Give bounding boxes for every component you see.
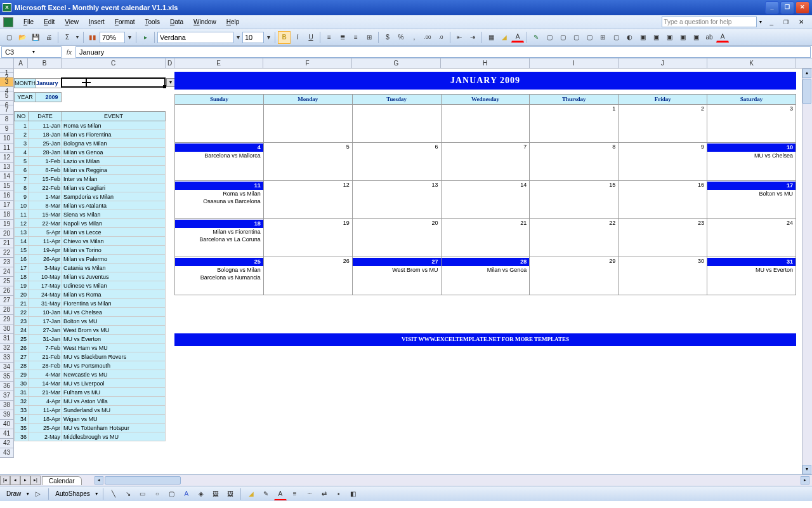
menu-data[interactable]: Data	[165, 17, 188, 27]
event-row[interactable]: 2024-MayMilan vs Roma	[15, 290, 166, 299]
open-icon[interactable]: 📂	[16, 31, 29, 44]
event-row[interactable]: 3014-MarMU vs Liverpool	[15, 379, 166, 388]
tool-icon[interactable]: ab	[703, 31, 716, 44]
event-row[interactable]: 218-JanMilan vs Fiorentina	[15, 130, 166, 139]
name-box[interactable]: C3▼	[1, 46, 62, 58]
minimize-button[interactable]: _	[765, 1, 779, 14]
clipart-icon[interactable]: 🖼	[209, 488, 222, 500]
oval-icon[interactable]: ○	[151, 488, 164, 500]
row-header[interactable]: 23	[0, 258, 13, 267]
scroll-left-icon[interactable]: ◂	[95, 476, 103, 485]
calendar-cell[interactable]	[263, 105, 352, 143]
row-header[interactable]: 38	[0, 401, 13, 410]
doc-close-icon[interactable]: ✕	[794, 17, 809, 27]
select-objects-icon[interactable]: ▷	[32, 488, 44, 500]
tab-first-icon[interactable]: |◂	[0, 476, 10, 485]
event-row[interactable]: 1810-MayMilan vs Juventus	[15, 272, 166, 281]
row-header[interactable]: 17	[0, 201, 13, 210]
tool-icon[interactable]: ▣	[636, 31, 649, 44]
menu-file[interactable]: File	[18, 17, 39, 27]
borders-icon[interactable]: ▦	[485, 31, 497, 44]
calendar-cell[interactable]: 1	[530, 105, 619, 143]
scroll-thumb[interactable]	[802, 79, 811, 104]
fx-icon[interactable]: fx	[63, 48, 75, 56]
event-row[interactable]: 294-MarNewcastle vs MU	[15, 370, 166, 379]
sum-icon[interactable]: Σ	[61, 31, 74, 44]
menu-format[interactable]: Format	[110, 17, 140, 27]
rectangle-icon[interactable]: ▭	[136, 488, 149, 500]
3d-icon[interactable]: ◧	[347, 488, 360, 500]
row-header[interactable]: 39	[0, 410, 13, 420]
vertical-scrollbar[interactable]: ▲ ▼	[802, 69, 812, 474]
merge-icon[interactable]: ⊞	[363, 31, 376, 44]
wordart-icon[interactable]: A	[180, 488, 193, 500]
tool-icon[interactable]: ▣	[650, 31, 662, 44]
excel-icon[interactable]	[3, 17, 13, 27]
event-row[interactable]: 428-JanMilan vs Genoa	[15, 148, 166, 157]
row-header[interactable]: 11	[0, 144, 13, 153]
event-row[interactable]: 1519-AprMilan vs Torino	[15, 246, 166, 255]
row-header[interactable]: 37	[0, 391, 13, 401]
col-header-E[interactable]: E	[174, 58, 263, 68]
row-header[interactable]: 40	[0, 420, 13, 429]
line-style-icon[interactable]: ≡	[289, 488, 301, 500]
toolbar-options-icon[interactable]: ▸	[139, 31, 152, 44]
row-header[interactable]: 31	[0, 334, 13, 344]
calendar-cell[interactable]: 11Roma vs MilanOsasuna vs Barcelona	[175, 181, 264, 219]
row-header[interactable]: 30	[0, 324, 13, 334]
arrow-style-icon[interactable]: ⇄	[318, 488, 331, 500]
calendar-cell[interactable]: 22	[530, 219, 619, 257]
row-header[interactable]: 43	[0, 448, 13, 458]
event-row[interactable]: 2721-FebMU vs Blackburn Rovers	[15, 352, 166, 361]
calendar-cell[interactable]	[441, 105, 530, 143]
tool-icon[interactable]: ⊞	[596, 31, 609, 44]
autoshapes-menu[interactable]: AutoShapes	[53, 489, 93, 498]
col-header-H[interactable]: H	[441, 58, 530, 68]
tool-icon[interactable]: ✎	[530, 31, 542, 44]
row-header[interactable]: 8	[0, 115, 13, 124]
row-header[interactable]: 10	[0, 134, 13, 144]
font-dropdown-icon[interactable]: ▾	[234, 34, 242, 41]
dec-indent-icon[interactable]: ⇤	[453, 31, 466, 44]
event-row[interactable]: 3311-AprSunderland vs MU	[15, 406, 166, 415]
col-header-G[interactable]: G	[352, 58, 441, 68]
row-header[interactable]: 22	[0, 248, 13, 258]
chart-icon[interactable]: ▮▮	[86, 31, 99, 44]
event-row[interactable]: 68-FebMilan vs Reggina	[15, 166, 166, 175]
calendar-cell[interactable]: 13	[352, 181, 441, 219]
dropdown-arrow-icon[interactable]: ▼	[166, 78, 175, 87]
draw-menu[interactable]: Draw	[4, 489, 23, 498]
event-row[interactable]: 3418-AprWigan vs MU	[15, 415, 166, 424]
menu-tools[interactable]: Tools	[140, 17, 165, 27]
align-right-icon[interactable]: ≡	[350, 31, 362, 44]
arrow-icon[interactable]: ↘	[122, 488, 134, 500]
calendar-cell[interactable]: 25Bologna vs MilanBarcelona vs Numancia	[175, 257, 264, 295]
inc-decimal-icon[interactable]: .00	[421, 31, 434, 44]
tool-icon[interactable]: ▢	[610, 31, 622, 44]
row-header[interactable]: 13	[0, 163, 13, 172]
event-row[interactable]: 2210-JanMU vs Chelsea	[15, 308, 166, 317]
sum-dropdown-icon[interactable]: ▼	[74, 31, 81, 44]
year-cell[interactable]: 2009	[36, 93, 62, 102]
row-header[interactable]: 32	[0, 344, 13, 353]
calendar-cell[interactable]: 3	[707, 105, 796, 143]
row-header[interactable]: 2	[0, 73, 13, 77]
row-header[interactable]: 1	[0, 69, 13, 73]
textbox-icon[interactable]: ▢	[166, 488, 178, 500]
event-row[interactable]: 2427-JanWest Brom vs MU	[15, 326, 166, 335]
row-header[interactable]: 28	[0, 305, 13, 315]
row-header[interactable]: 9	[0, 124, 13, 134]
calendar-cell[interactable]: 5	[263, 143, 352, 181]
align-center-icon[interactable]: ≣	[336, 31, 349, 44]
fontsize-select[interactable]: 10	[242, 32, 264, 43]
dash-style-icon[interactable]: ┈	[303, 488, 316, 500]
event-row[interactable]: 1222-MarNapoli vs Milan	[15, 219, 166, 228]
tool-icon[interactable]: ◐	[623, 31, 636, 44]
percent-icon[interactable]: %	[395, 31, 407, 44]
menu-window[interactable]: Window	[188, 17, 221, 27]
calendar-cell[interactable]: 8	[530, 143, 619, 181]
tool-icon[interactable]: ▣	[676, 31, 689, 44]
event-row[interactable]: 822-FebMilan vs Cagliari	[15, 184, 166, 192]
calendar-cell[interactable]: 4Barcelona vs Mallorca	[175, 143, 264, 181]
calendar-cell[interactable]: 29	[530, 257, 619, 295]
